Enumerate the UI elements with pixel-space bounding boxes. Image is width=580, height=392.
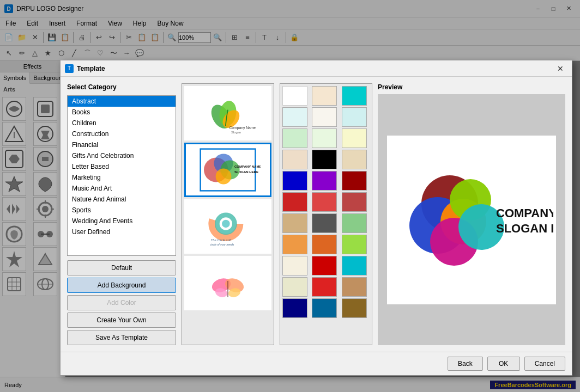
template-item-4[interactable] bbox=[184, 256, 271, 310]
dialog-footer: Back OK Cancel bbox=[61, 352, 572, 375]
swatch-darkred[interactable] bbox=[342, 171, 367, 191]
category-item-user[interactable]: User Defined bbox=[68, 226, 176, 237]
swatch-teal[interactable] bbox=[342, 256, 367, 275]
swatch-green[interactable] bbox=[342, 213, 367, 233]
category-panel: Select Category Abstract Books Children … bbox=[67, 83, 176, 345]
svg-text:circle of your needs: circle of your needs bbox=[210, 243, 234, 246]
template-item-1[interactable]: Company Name Slogan bbox=[184, 86, 271, 140]
swatch-gray[interactable] bbox=[312, 213, 337, 233]
svg-text:SLOGAN HERE: SLOGAN HERE bbox=[496, 222, 553, 235]
dialog-body: Select Category Abstract Books Children … bbox=[61, 77, 572, 352]
swatch-6[interactable] bbox=[282, 128, 307, 148]
category-item-sports[interactable]: Sports bbox=[68, 205, 176, 216]
category-item-marketing[interactable]: Marketing bbox=[68, 172, 176, 183]
action-buttons: Default Add Background Add Color Create … bbox=[67, 260, 176, 345]
swatch-dark-tan[interactable] bbox=[342, 298, 367, 318]
dialog-close-button[interactable]: ✕ bbox=[553, 63, 567, 75]
swatch-4[interactable] bbox=[312, 107, 337, 127]
swatch-red[interactable] bbox=[282, 192, 307, 212]
swatch-white[interactable] bbox=[282, 86, 307, 106]
category-item-nature[interactable]: Nature And Animal bbox=[68, 194, 176, 205]
color-swatches-panel[interactable] bbox=[280, 83, 372, 345]
swatch-red3[interactable] bbox=[342, 192, 367, 212]
swatch-lime[interactable] bbox=[342, 235, 367, 254]
svg-text:COMPANY NAME: COMPANY NAME bbox=[496, 206, 553, 220]
svg-text:Company Name: Company Name bbox=[229, 126, 256, 130]
category-item-music[interactable]: Music And Art bbox=[68, 183, 176, 194]
swatch-steel[interactable] bbox=[312, 298, 337, 318]
dialog-title: Template bbox=[77, 65, 553, 72]
category-item-wedding[interactable]: Wedding And Events bbox=[68, 216, 176, 226]
swatch-10[interactable] bbox=[342, 150, 367, 169]
category-item-children[interactable]: Children bbox=[68, 118, 176, 128]
swatch-5[interactable] bbox=[342, 107, 367, 127]
ok-button[interactable]: OK bbox=[487, 357, 520, 371]
category-item-gifts[interactable]: Gifts And Celebration bbox=[68, 150, 176, 161]
create-own-button[interactable]: Create Your Own bbox=[67, 313, 176, 328]
cancel-button[interactable]: Cancel bbox=[524, 357, 565, 371]
category-item-abstract[interactable]: Abstract bbox=[68, 96, 176, 107]
default-button[interactable]: Default bbox=[67, 260, 176, 275]
preview-inner: COMPANY NAME SLOGAN HERE bbox=[387, 136, 556, 304]
template-item-2[interactable]: COMPANY NAME SLOGAN HERE bbox=[184, 143, 271, 197]
preview-area: COMPANY NAME SLOGAN HERE bbox=[378, 94, 565, 345]
swatch-1[interactable] bbox=[312, 86, 337, 106]
swatch-crimson[interactable] bbox=[312, 256, 337, 275]
swatch-orange2[interactable] bbox=[312, 235, 337, 254]
swatch-orange[interactable] bbox=[282, 235, 307, 254]
swatch-3[interactable] bbox=[282, 107, 307, 127]
svg-text:COMPANY NAME: COMPANY NAME bbox=[234, 165, 261, 168]
swatch-black[interactable] bbox=[312, 150, 337, 169]
swatch-grid bbox=[282, 86, 370, 318]
swatch-brown[interactable] bbox=[342, 277, 367, 297]
back-button[interactable]: Back bbox=[448, 357, 483, 371]
dialog-title-bar: T Template ✕ bbox=[61, 60, 572, 77]
swatch-purple[interactable] bbox=[312, 171, 337, 191]
svg-point-33 bbox=[216, 169, 232, 185]
add-color-button[interactable]: Add Color bbox=[67, 295, 176, 310]
preview-label: Preview bbox=[378, 83, 565, 91]
svg-point-38 bbox=[222, 220, 230, 228]
swatch-8[interactable] bbox=[342, 128, 367, 148]
add-background-button[interactable]: Add Background bbox=[67, 278, 176, 293]
category-list[interactable]: Abstract Books Children Construction Fin… bbox=[67, 95, 176, 256]
swatch-blue[interactable] bbox=[282, 171, 307, 191]
swatch-yellow[interactable] bbox=[282, 277, 307, 297]
swatch-2[interactable] bbox=[342, 86, 367, 106]
swatch-red2[interactable] bbox=[312, 192, 337, 212]
template-item-3[interactable]: The Circle soft circle of your needs bbox=[184, 199, 271, 254]
swatch-tan[interactable] bbox=[282, 213, 307, 233]
swatch-red4[interactable] bbox=[312, 277, 337, 297]
modal-overlay: T Template ✕ Select Category Abstract Bo… bbox=[0, 0, 580, 392]
swatch-7[interactable] bbox=[312, 128, 337, 148]
swatch-cream[interactable] bbox=[282, 256, 307, 275]
svg-text:SLOGAN HERE: SLOGAN HERE bbox=[234, 170, 258, 174]
category-item-letter[interactable]: Letter Based bbox=[68, 161, 176, 172]
category-item-construction[interactable]: Construction bbox=[68, 128, 176, 139]
save-template-button[interactable]: Save As Template bbox=[67, 330, 176, 345]
svg-text:Slogan: Slogan bbox=[231, 131, 241, 134]
preview-panel: Preview bbox=[378, 83, 565, 345]
template-dialog: T Template ✕ Select Category Abstract Bo… bbox=[60, 60, 572, 376]
category-item-financial[interactable]: Financial bbox=[68, 139, 176, 150]
swatch-navy[interactable] bbox=[282, 298, 307, 318]
template-grid-panel[interactable]: Company Name Slogan COMPANY NAME SLOGAN … bbox=[182, 83, 274, 345]
swatch-9[interactable] bbox=[282, 150, 307, 169]
category-item-books[interactable]: Books bbox=[68, 107, 176, 118]
svg-text:The Circle soft: The Circle soft bbox=[211, 238, 232, 242]
dialog-icon: T bbox=[65, 64, 74, 73]
category-label: Select Category bbox=[67, 83, 176, 91]
